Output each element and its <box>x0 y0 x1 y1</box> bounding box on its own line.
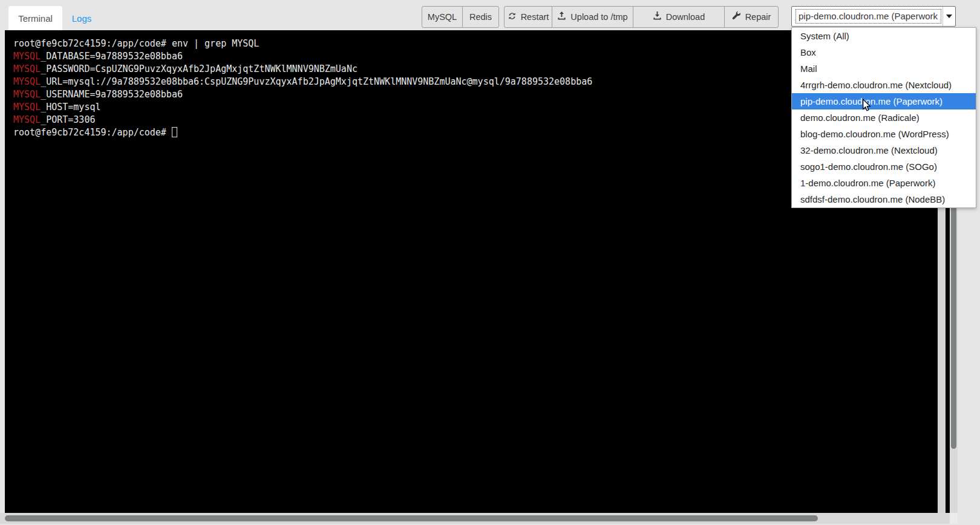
upload-icon <box>557 11 566 22</box>
dropdown-option-pip-demo[interactable]: pip-demo.cloudron.me (Paperwork) <box>792 93 976 109</box>
mysql-button[interactable]: MySQL <box>422 6 463 28</box>
tab-logs[interactable]: Logs <box>62 6 101 30</box>
upload-label: Upload to /tmp <box>570 12 627 22</box>
select-arrow-zone[interactable] <box>942 7 955 26</box>
download-icon <box>653 11 662 22</box>
terminal-cursor <box>172 127 177 137</box>
dropdown-option-demo[interactable]: demo.cloudron.me (Radicale) <box>792 109 976 126</box>
chevron-down-icon <box>946 15 952 18</box>
dropdown-option-32-demo[interactable]: 32-demo.cloudron.me (Nextcloud) <box>792 142 976 158</box>
redis-button[interactable]: Redis <box>462 6 499 28</box>
dropdown-option-blog-demo[interactable]: blog-demo.cloudron.me (WordPress) <box>792 126 976 142</box>
repair-label: Repair <box>745 12 771 22</box>
mouse-cursor-icon <box>862 99 871 114</box>
restart-label: Restart <box>521 12 549 22</box>
restart-icon <box>508 11 517 22</box>
restart-button[interactable]: Restart <box>504 6 552 28</box>
scrollbar-corner <box>950 513 958 524</box>
download-label: Download <box>666 12 705 22</box>
dropdown-option-sdfdsf-demo[interactable]: sdfdsf-demo.cloudron.me (NodeBB) <box>792 191 976 207</box>
horizontal-scrollbar-thumb[interactable] <box>5 515 818 521</box>
dropdown-option-sogo1-demo[interactable]: sogo1-demo.cloudron.me (SOGo) <box>792 158 976 175</box>
app-selector[interactable]: pip-demo.cloudron.me (Paperwork <box>791 6 956 27</box>
tab-terminal[interactable]: Terminal <box>8 6 62 30</box>
upload-button[interactable]: Upload to /tmp <box>552 6 633 28</box>
dropdown-option-4rrgrh-demo[interactable]: 4rrgrh-demo.cloudron.me (Nextcloud) <box>792 77 976 93</box>
app-selector-value: pip-demo.cloudron.me (Paperwork <box>795 9 941 24</box>
repair-button[interactable]: Repair <box>724 6 779 28</box>
dropdown-option-box[interactable]: Box <box>792 44 976 60</box>
app-selector-dropdown: System (All) Box Mail 4rrgrh-demo.cloudr… <box>791 27 976 208</box>
dropdown-option-1-demo[interactable]: 1-demo.cloudron.me (Paperwork) <box>792 175 976 191</box>
download-button[interactable]: Download <box>633 6 725 28</box>
dropdown-option-system[interactable]: System (All) <box>792 28 976 44</box>
repair-icon <box>732 11 741 22</box>
dropdown-option-mail[interactable]: Mail <box>792 60 976 77</box>
